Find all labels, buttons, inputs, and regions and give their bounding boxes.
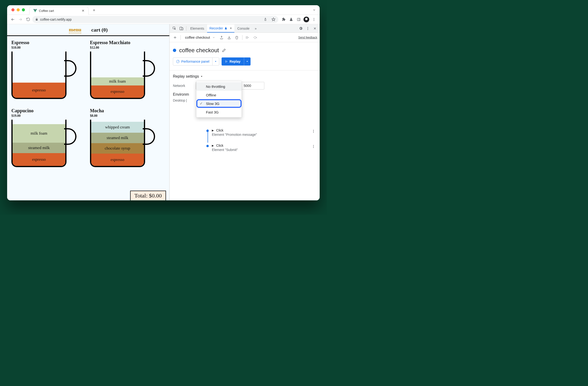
forward-button[interactable] (17, 17, 24, 21)
nav-menu-link[interactable]: menu (69, 27, 82, 33)
caret-right-icon: ▶ (212, 144, 214, 147)
svg-rect-13 (182, 28, 183, 30)
tabs-overflow-button[interactable] (313, 8, 320, 12)
svg-point-31 (313, 132, 314, 133)
tab-recorder[interactable]: Recorder ✕ (207, 24, 235, 33)
recording-actions: Performance panel Replay (169, 55, 320, 70)
svg-marker-26 (247, 61, 248, 62)
total-box[interactable]: Total: $0.00 (130, 191, 166, 200)
product-card[interactable]: Espresso Macchiato$12.00milk foamespress… (90, 40, 165, 101)
bookmark-icon[interactable] (272, 17, 275, 21)
labs-icon[interactable] (288, 18, 294, 21)
step-icon[interactable] (252, 36, 259, 40)
recording-title-row: coffee checkout (169, 42, 320, 55)
recording-status-dot (173, 49, 176, 52)
dropdown-option[interactable]: No throttling (196, 82, 242, 91)
svg-marker-27 (201, 76, 202, 77)
back-button[interactable] (9, 17, 16, 21)
svg-point-16 (308, 29, 308, 30)
extensions-icon[interactable] (280, 17, 287, 21)
svg-marker-20 (247, 36, 249, 39)
svg-point-34 (313, 147, 314, 148)
performance-panel-button[interactable]: Performance panel (173, 58, 219, 65)
new-recording-button[interactable] (172, 36, 178, 40)
step-over-icon[interactable] (245, 36, 251, 40)
performance-dropdown-button[interactable] (212, 58, 219, 65)
network-dropdown-menu: No throttlingOfflineSlow 3GFast 3G (196, 81, 242, 118)
window-maximize-button[interactable] (22, 8, 25, 11)
profile-button[interactable] (303, 17, 310, 22)
step-detail: Element "Submit" (206, 148, 316, 152)
url-text: coffee-cart.netlify.app (40, 18, 72, 21)
edit-title-icon[interactable] (222, 48, 226, 52)
environment-value: Desktop | (173, 99, 316, 102)
cup-handle (64, 128, 77, 145)
replay-button[interactable]: Replay (222, 58, 251, 65)
product-card[interactable]: Espresso$10.00espresso (11, 40, 87, 101)
svg-point-30 (313, 131, 314, 132)
product-name: Espresso (11, 40, 87, 45)
side-panel-icon[interactable] (295, 18, 302, 21)
product-card[interactable]: Mocha$8.00whipped creamsteamed milkchoco… (90, 108, 165, 169)
tab-console[interactable]: Console (235, 25, 252, 32)
devtools-settings-icon[interactable] (297, 26, 304, 30)
step-action: Click (216, 144, 223, 147)
cup-layer: espresso (91, 154, 144, 166)
svg-point-8 (314, 18, 315, 19)
devtools-menu-icon[interactable] (304, 27, 311, 30)
nav-cart-link[interactable]: cart (0) (91, 27, 107, 33)
send-feedback-link[interactable]: Send feedback (298, 36, 317, 39)
replay-settings-heading[interactable]: Replay settings (173, 74, 316, 79)
product-name: Mocha (90, 108, 165, 113)
svg-point-15 (308, 28, 308, 29)
share-icon[interactable] (264, 18, 267, 21)
svg-rect-6 (297, 18, 300, 21)
svg-point-21 (255, 38, 255, 39)
new-tab-button[interactable]: ＋ (89, 7, 100, 13)
step-detail: Element "Promotion message" (206, 133, 316, 137)
product-grid: Espresso$10.00espressoEspresso Macchiato… (7, 36, 169, 173)
chevron-down-icon (200, 75, 203, 78)
svg-point-32 (313, 145, 314, 146)
window-close-button[interactable] (11, 8, 15, 11)
dropdown-option[interactable]: Offline (196, 91, 242, 99)
product-price: $10.00 (11, 46, 87, 50)
cup-handle (143, 128, 155, 145)
product-price: $19.00 (11, 114, 87, 118)
chrome-menu-icon[interactable] (311, 18, 317, 21)
browser-tab[interactable]: Coffee cart ✕ (29, 7, 89, 15)
devtools-close-icon[interactable]: ✕ (312, 27, 318, 30)
dropdown-option[interactable]: Slow 3G (196, 99, 242, 108)
omnibox[interactable]: coffee-cart.netlify.app (32, 16, 278, 23)
cup-layer: milk foam (91, 77, 144, 85)
play-icon (225, 60, 228, 63)
cup-layer: espresso (13, 153, 65, 166)
cup-layer: steamed milk (91, 133, 144, 143)
steps-list: ▶ClickElement "Promotion message"▶ClickE… (173, 128, 316, 152)
tab-recorder-close-icon[interactable]: ✕ (230, 27, 232, 30)
step-menu-icon[interactable] (312, 129, 315, 133)
vue-icon (33, 9, 37, 12)
replay-dropdown-button[interactable] (244, 58, 251, 65)
recording-dropdown[interactable]: coffee checkout (183, 35, 217, 40)
dropdown-option[interactable]: Fast 3G (196, 108, 242, 116)
step-item[interactable]: ▶ClickElement "Submit" (206, 144, 316, 152)
product-card[interactable]: Cappucino$19.00milk foamsteamed milkespr… (11, 108, 87, 169)
reload-button[interactable] (25, 17, 31, 21)
window-minimize-button[interactable] (17, 8, 20, 11)
delete-icon[interactable] (234, 36, 240, 40)
device-toggle-icon[interactable] (178, 26, 185, 31)
timeout-input[interactable]: 5000 (241, 82, 264, 89)
tabs-overflow[interactable]: » (252, 25, 259, 32)
svg-point-10 (314, 20, 315, 21)
tab-close-icon[interactable]: ✕ (82, 9, 84, 13)
cup-handle (64, 60, 77, 77)
tab-elements[interactable]: Elements (188, 25, 206, 32)
inspect-icon[interactable] (171, 26, 178, 30)
step-item[interactable]: ▶ClickElement "Promotion message" (206, 128, 316, 137)
export-icon[interactable] (218, 36, 225, 40)
import-icon[interactable] (226, 36, 232, 40)
cup: milk foamsteamed milkespresso (11, 120, 66, 167)
chevron-down-icon (212, 36, 215, 39)
step-menu-icon[interactable] (312, 144, 315, 148)
